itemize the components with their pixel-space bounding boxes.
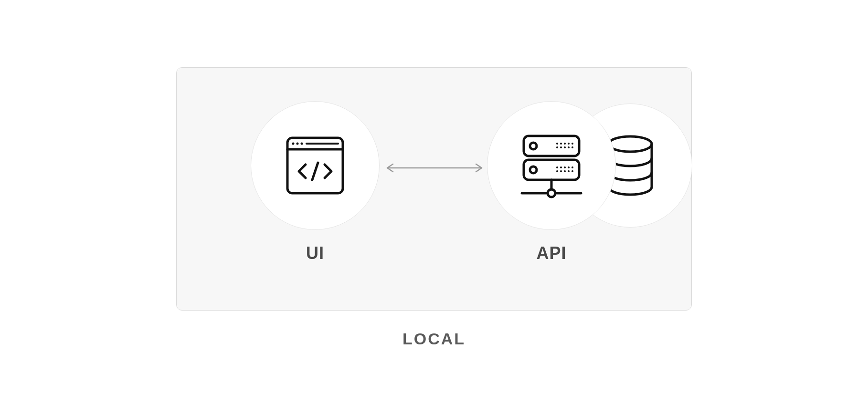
ui-label: UI bbox=[306, 243, 324, 263]
svg-rect-21 bbox=[524, 160, 579, 180]
svg-point-18 bbox=[564, 146, 566, 148]
container-label: LOCAL bbox=[402, 330, 466, 348]
svg-rect-1 bbox=[287, 138, 343, 193]
svg-point-32 bbox=[572, 170, 573, 172]
api-node: API bbox=[487, 101, 616, 263]
svg-point-30 bbox=[564, 170, 566, 172]
svg-point-19 bbox=[568, 146, 570, 148]
svg-point-29 bbox=[560, 170, 562, 172]
svg-point-3 bbox=[292, 142, 295, 145]
svg-point-23 bbox=[556, 166, 558, 168]
svg-point-5 bbox=[301, 142, 303, 145]
code-window-icon bbox=[282, 132, 349, 199]
svg-rect-9 bbox=[524, 136, 579, 156]
svg-point-15 bbox=[572, 143, 573, 145]
svg-point-14 bbox=[568, 143, 570, 145]
api-label: API bbox=[536, 243, 566, 263]
svg-point-31 bbox=[568, 170, 570, 172]
server-icon bbox=[513, 127, 590, 204]
ui-circle bbox=[251, 101, 380, 230]
svg-point-28 bbox=[556, 170, 558, 172]
svg-point-10 bbox=[530, 143, 537, 149]
svg-point-17 bbox=[560, 146, 562, 148]
svg-point-4 bbox=[296, 142, 299, 145]
svg-point-12 bbox=[560, 143, 562, 145]
diagram-container: UI bbox=[176, 67, 692, 311]
svg-point-36 bbox=[548, 189, 555, 197]
svg-point-25 bbox=[564, 166, 566, 168]
svg-point-26 bbox=[568, 166, 570, 168]
svg-point-27 bbox=[572, 166, 573, 168]
ui-node: UI bbox=[251, 101, 380, 263]
svg-point-20 bbox=[572, 146, 573, 148]
api-circle bbox=[487, 101, 616, 230]
svg-line-7 bbox=[312, 163, 318, 180]
svg-point-24 bbox=[560, 166, 562, 168]
svg-point-16 bbox=[556, 146, 558, 148]
bidirectional-arrow bbox=[384, 163, 485, 173]
svg-point-22 bbox=[530, 166, 537, 173]
svg-point-13 bbox=[564, 143, 566, 145]
svg-point-11 bbox=[556, 143, 558, 145]
